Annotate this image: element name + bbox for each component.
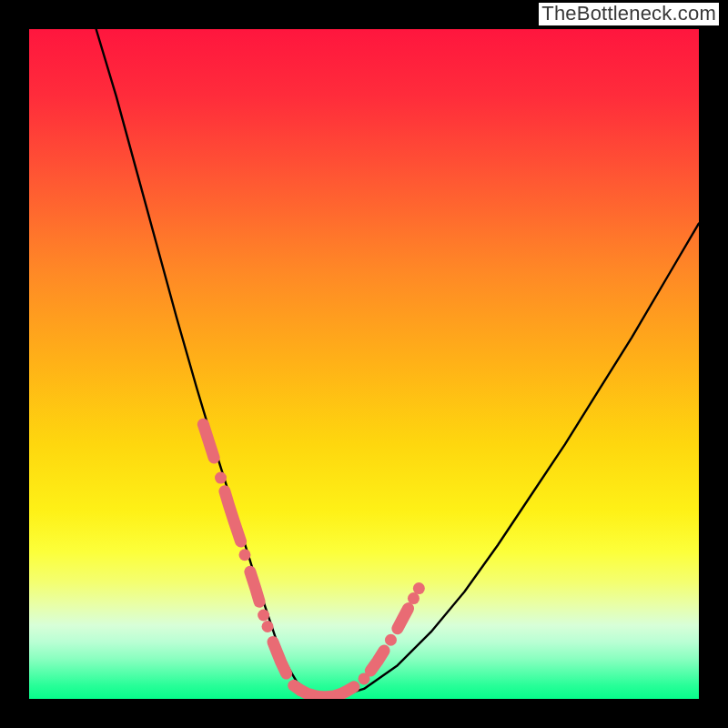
necklace-dot: [413, 582, 425, 594]
necklace-dot: [295, 684, 307, 696]
necklace-dot: [238, 549, 250, 561]
chart-stage: TheBottleneck.com: [0, 0, 728, 728]
necklace-dot: [385, 634, 397, 646]
plot-area: [29, 29, 699, 699]
necklace-dot: [215, 472, 227, 484]
necklace-dot: [258, 610, 269, 622]
necklace-segment: [273, 642, 287, 673]
necklace-segment: [370, 651, 384, 671]
necklace-segment: [203, 424, 214, 458]
necklace-overlay: [203, 424, 424, 699]
necklace-dot: [408, 592, 420, 604]
necklace-segment: [250, 571, 259, 602]
necklace-segment: [398, 609, 409, 629]
chart-svg: [29, 29, 699, 699]
necklace-segment: [225, 491, 241, 541]
bottleneck-curve: [96, 29, 699, 699]
watermark-label: TheBottleneck.com: [539, 3, 719, 25]
necklace-dot: [262, 621, 274, 632]
